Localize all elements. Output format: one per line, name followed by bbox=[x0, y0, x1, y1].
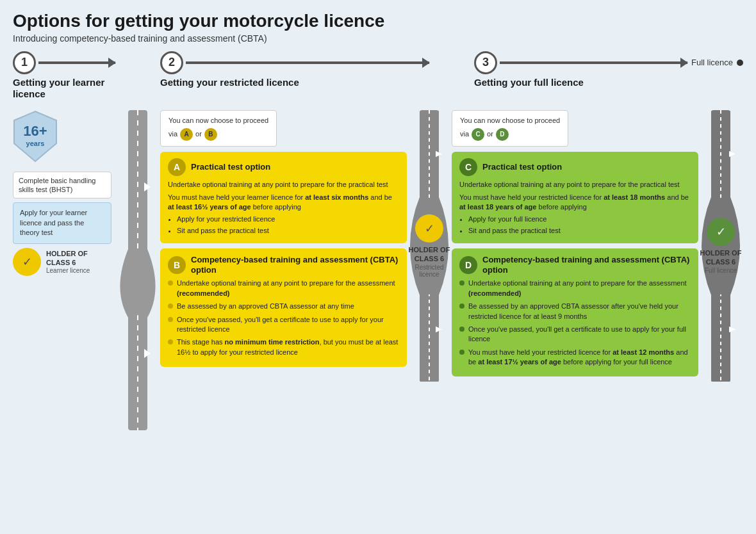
option-b-bullet-1: Undertake optional training at any point… bbox=[168, 279, 399, 298]
full-licence-label: Full licence bbox=[691, 58, 733, 67]
proceed-opt-b: B bbox=[204, 128, 217, 141]
proceed-opt-a: A bbox=[180, 128, 193, 141]
option-b-bullet-2: Be assessed by an approved CBTA assessor… bbox=[168, 302, 399, 311]
holder-full-badge: ✓ HOLDER OF CLASS 6 Full licence bbox=[698, 218, 743, 274]
holder-restricted-badge: ✓ HOLDER OF CLASS 6 Restricted licence bbox=[407, 214, 452, 278]
subtitle: Introducing competency-based training an… bbox=[13, 33, 743, 44]
option-c-point-3: Apply for your full licence bbox=[468, 214, 691, 224]
option-a-letter: A bbox=[168, 158, 186, 176]
stage-2-number: 2 bbox=[160, 51, 183, 74]
svg-marker-13 bbox=[729, 150, 735, 157]
holder-restricted-check: ✓ bbox=[415, 214, 443, 243]
full-licence-dot bbox=[737, 60, 743, 66]
option-b-title: Competency-based training and assessment… bbox=[191, 255, 399, 275]
option-d-bullet-3: Once you've passed, you'll get a certifi… bbox=[459, 325, 691, 344]
learner-column: 16+ years Complete basic handling skills… bbox=[13, 110, 115, 280]
option-d-bullet-2: Be assessed by an approved CBTA assessor… bbox=[459, 302, 691, 321]
option-c-title: Practical test option bbox=[482, 162, 562, 172]
svg-text:16+: 16+ bbox=[23, 123, 47, 139]
proceed-via-label: via bbox=[168, 129, 177, 139]
holder-full-check: ✓ bbox=[707, 218, 735, 246]
option-c-list: Apply for your full licence Sit and pass… bbox=[459, 214, 691, 236]
holder-full-text: HOLDER OF CLASS 6 Full licence bbox=[698, 248, 743, 274]
proceed-learner-box: You can now choose to proceed via A or B bbox=[160, 110, 277, 147]
option-b-body: Undertake optional training at any point… bbox=[168, 279, 399, 357]
option-c-point-1: Undertake optional training at any point… bbox=[459, 180, 691, 190]
page: Options for getting your motorcycle lice… bbox=[0, 0, 756, 534]
option-a-body: Undertake optional training at any point… bbox=[168, 180, 399, 236]
option-d-letter: D bbox=[459, 256, 477, 274]
road-connector-1 bbox=[115, 110, 160, 382]
option-c-point-4: Sit and pass the practical test bbox=[468, 226, 691, 236]
option-a-point-2: You must have held your learner licence … bbox=[168, 193, 399, 213]
stage-3-number: 3 bbox=[474, 51, 497, 74]
stages-bar: 1 2 3 Full licence bbox=[13, 51, 743, 74]
option-a-point-1: Undertake optional training at any point… bbox=[168, 180, 399, 190]
option-b-bullet-4: This stage has no minimum time restricti… bbox=[168, 337, 399, 357]
step-1-box: Complete basic handling skills test (BHS… bbox=[13, 172, 111, 199]
option-b-letter: B bbox=[168, 256, 186, 274]
full-licence-column: You can now choose to proceed via C or D… bbox=[452, 110, 698, 382]
option-a-point-3: Apply for your restricted licence bbox=[177, 214, 399, 224]
svg-marker-14 bbox=[729, 326, 735, 332]
proceed-restricted-box: You can now choose to proceed via C or D bbox=[452, 110, 568, 147]
holder-learner-sub: Learner licence bbox=[46, 267, 111, 274]
step-1-text: Complete basic handling skills test (BHS… bbox=[19, 177, 95, 193]
stage-1-number: 1 bbox=[13, 51, 36, 74]
road-connector-2: ✓ HOLDER OF CLASS 6 Restricted licence bbox=[407, 110, 452, 382]
option-c-card: C Practical test option Undertake option… bbox=[452, 152, 698, 243]
option-b-bullet-3: Once you've passed, you'll get a certifi… bbox=[168, 315, 399, 335]
road-connector-3: ✓ HOLDER OF CLASS 6 Full licence bbox=[698, 110, 743, 382]
svg-text:years: years bbox=[26, 140, 45, 147]
option-c-letter: C bbox=[459, 158, 477, 176]
proceed-or-1: or bbox=[195, 129, 202, 139]
page-title: Options for getting your motorcycle lice… bbox=[13, 12, 743, 31]
holder-learner-row: ✓ HOLDER OF CLASS 6 Learner licence bbox=[13, 248, 111, 276]
stage-2-heading: Getting your restricted licence bbox=[160, 77, 429, 88]
step-2-box: Apply for your learner licence and pass … bbox=[13, 202, 111, 243]
option-b-card: B Competency-based training and assessme… bbox=[160, 248, 407, 367]
step-2-text: Apply for your learner licence and pass … bbox=[20, 209, 87, 236]
proceed-learner-text: You can now choose to proceed bbox=[168, 116, 268, 125]
option-a-list: Apply for your restricted licence Sit an… bbox=[168, 214, 399, 236]
option-d-bullet-1: Undertake optional training at any point… bbox=[459, 279, 691, 298]
option-d-bullet-4: You must have held your restricted licen… bbox=[459, 348, 691, 368]
option-a-card: A Practical test option Undertake option… bbox=[160, 152, 407, 243]
proceed-restricted-area: You can now choose to proceed via C or D bbox=[452, 110, 698, 147]
holder-learner-title: HOLDER OF CLASS 6 bbox=[46, 249, 111, 268]
option-d-card: D Competency-based training and assessme… bbox=[452, 248, 698, 376]
proceed-restricted-text: You can now choose to proceed bbox=[460, 116, 560, 125]
option-c-body: Undertake optional training at any point… bbox=[459, 180, 691, 236]
main-content: 16+ years Complete basic handling skills… bbox=[13, 110, 743, 382]
restricted-column: You can now choose to proceed via A or B… bbox=[160, 110, 407, 372]
proceed-opt-d: D bbox=[496, 128, 509, 141]
option-a-point-4: Sit and pass the practical test bbox=[177, 226, 399, 236]
proceed-learner-area: You can now choose to proceed via A or B bbox=[160, 110, 407, 147]
stage-1-heading: Getting your learner licence bbox=[13, 77, 115, 100]
stage-3-heading: Getting your full licence bbox=[474, 77, 743, 88]
option-c-point-2: You must have held your restricted licen… bbox=[459, 193, 691, 213]
proceed-opt-c: C bbox=[472, 128, 484, 141]
option-d-body: Undertake optional training at any point… bbox=[459, 279, 691, 367]
option-a-title: Practical test option bbox=[191, 162, 270, 172]
holder-learner-check: ✓ bbox=[13, 248, 41, 276]
option-d-title: Competency-based training and assessment… bbox=[482, 255, 691, 275]
age-badge: 16+ years bbox=[13, 110, 111, 165]
holder-restricted-text: HOLDER OF CLASS 6 Restricted licence bbox=[407, 245, 452, 278]
